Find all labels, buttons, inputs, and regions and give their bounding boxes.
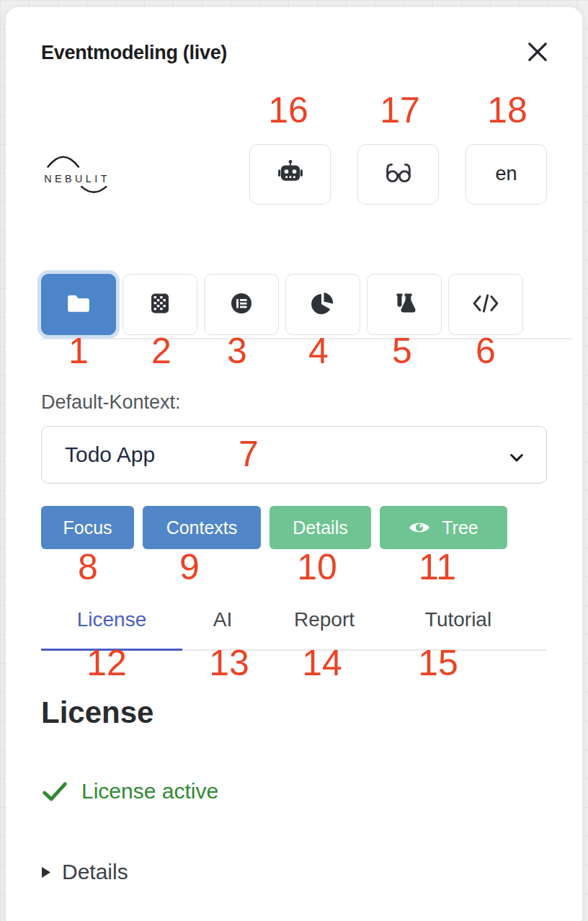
context-select[interactable]: Todo App — [41, 426, 547, 484]
language-label: en — [495, 163, 517, 185]
details-disclosure-label: Details — [62, 860, 128, 884]
glasses-button[interactable] — [357, 144, 439, 205]
tab-report[interactable]: Report — [263, 608, 386, 649]
icon-tab-bar — [41, 274, 571, 339]
details-disclosure[interactable]: Details — [41, 860, 547, 884]
panel-header: Eventmodeling (live) — [41, 36, 547, 69]
code-icon — [472, 293, 499, 316]
nebulit-logo: NEBULIT — [41, 148, 116, 200]
language-button[interactable]: en — [466, 144, 547, 205]
tab-ai[interactable]: AI — [182, 608, 263, 649]
folder-icon — [66, 293, 92, 316]
lab-flasks-icon — [391, 291, 417, 318]
focus-button[interactable]: Focus — [41, 506, 134, 549]
robot-button[interactable] — [249, 144, 331, 205]
tab-license[interactable]: License — [41, 608, 182, 651]
license-status-row: License active — [41, 779, 547, 804]
tree-button[interactable]: Tree — [380, 506, 507, 549]
glasses-icon — [384, 159, 413, 189]
details-button[interactable]: Details — [270, 506, 371, 549]
action-button-row: Focus Contexts Details Tree — [41, 506, 547, 549]
eventmodeling-panel: Eventmodeling (live) NEBULIT — [6, 7, 582, 921]
list-circle-icon — [229, 291, 254, 318]
panel-title: Eventmodeling (live) — [41, 42, 227, 64]
default-context-label: Default-Kontext: — [41, 391, 547, 414]
chevron-down-icon — [510, 442, 523, 467]
eye-icon — [409, 520, 430, 535]
text-tab-bar: License AI Report Tutorial — [41, 608, 547, 651]
contexts-button[interactable]: Contexts — [143, 506, 261, 549]
icon-tab-code[interactable] — [448, 274, 523, 335]
icon-tab-checkerboard[interactable] — [122, 274, 197, 335]
check-icon — [41, 780, 68, 802]
checkerboard-icon — [148, 291, 172, 318]
close-button[interactable] — [521, 36, 554, 69]
triangle-right-icon — [41, 866, 51, 878]
license-status-text: License active — [81, 779, 218, 804]
brand-toolbar-row: NEBULIT — [41, 143, 547, 205]
icon-tab-lab[interactable] — [367, 274, 442, 335]
close-icon — [526, 40, 549, 66]
icon-tab-list[interactable] — [204, 274, 279, 335]
icon-tab-folder[interactable] — [41, 274, 116, 335]
icon-tab-pie-chart[interactable] — [285, 274, 360, 335]
robot-icon — [277, 159, 303, 189]
tree-button-label: Tree — [442, 517, 478, 538]
logo-text: NEBULIT — [44, 172, 110, 184]
license-heading: License — [41, 695, 547, 730]
pie-chart-icon — [310, 290, 336, 319]
context-select-value: Todo App — [65, 442, 155, 467]
tab-tutorial[interactable]: Tutorial — [386, 608, 531, 649]
